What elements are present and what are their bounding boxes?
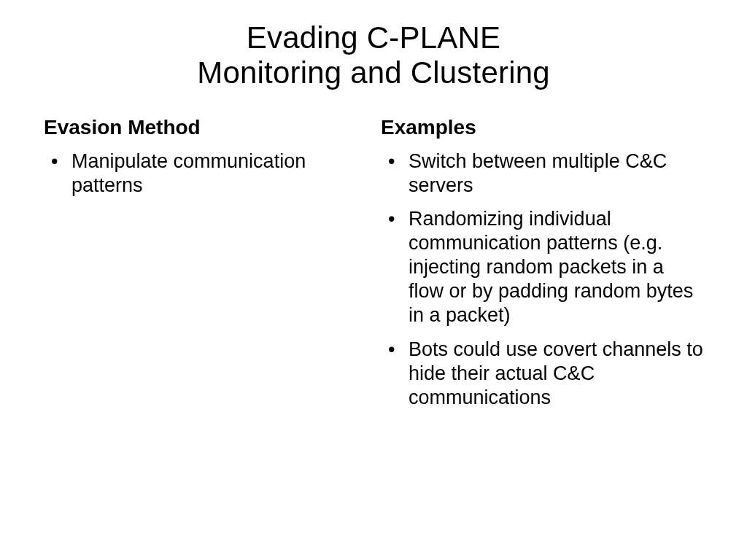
right-heading: Examples [381,116,703,139]
list-item: Randomizing individual communication pat… [381,207,703,327]
right-bullets: Switch between multiple C&C servers Rand… [381,149,703,410]
slide: Evading C-PLANE Monitoring and Clusterin… [0,0,747,560]
right-column: Examples Switch between multiple C&C ser… [381,116,703,420]
title-line-1: Evading C-PLANE [247,20,501,55]
left-heading: Evasion Method [44,116,366,139]
left-bullets: Manipulate communication patterns [44,149,366,198]
left-column: Evasion Method Manipulate communication … [44,116,366,420]
title-line-2: Monitoring and Clustering [197,55,550,90]
list-item: Manipulate communication patterns [44,149,366,198]
slide-title: Evading C-PLANE Monitoring and Clusterin… [44,20,703,91]
content-columns: Evasion Method Manipulate communication … [44,116,703,420]
list-item: Switch between multiple C&C servers [381,149,703,198]
list-item: Bots could use covert channels to hide t… [381,338,703,410]
